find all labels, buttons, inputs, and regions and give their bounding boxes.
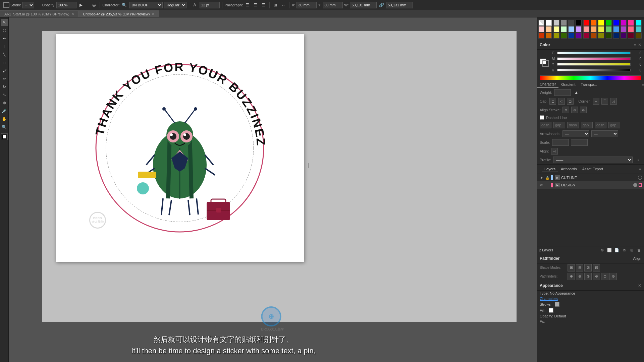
char-search-icon[interactable]: 🔍 <box>121 2 128 8</box>
swatch-medium-blue[interactable] <box>613 26 619 32</box>
swatch-apricot[interactable] <box>591 26 597 32</box>
align-center-icon[interactable]: ☰ <box>252 2 259 8</box>
x-input[interactable] <box>297 2 317 8</box>
corner-round[interactable]: ⌒ <box>601 98 608 105</box>
trim-btn[interactable]: ⊖ <box>576 273 583 280</box>
layer-locate[interactable]: ⊕ <box>599 247 605 253</box>
hand-tool[interactable]: ✋ <box>1 115 8 123</box>
unite-btn[interactable]: ⊞ <box>568 264 575 272</box>
swatch-dark-green[interactable] <box>561 33 567 39</box>
outline-btn[interactable]: ⊙ <box>601 273 608 280</box>
cutline-target[interactable] <box>638 176 642 180</box>
design-eye[interactable]: 👁 <box>539 183 544 187</box>
transform-icon[interactable]: ↔ <box>280 2 287 8</box>
cutline-lock[interactable]: 🔒 <box>545 175 550 180</box>
stroke-panel-menu[interactable]: ≡ <box>642 82 644 86</box>
grid-icon[interactable]: ⊞ <box>272 2 279 8</box>
swatch-light-blue[interactable] <box>568 26 574 32</box>
swatch-yellow[interactable] <box>598 20 604 26</box>
asset-export-tab[interactable]: Asset Export <box>580 166 606 172</box>
color-menu-icon[interactable]: ≡ <box>634 43 636 47</box>
y-slider[interactable] <box>557 63 631 66</box>
tab-2[interactable]: Untitled-4* @ 235,53 % (CMYK/Preview) ✕ <box>78 10 159 17</box>
layer-design[interactable]: 👁 ▶ DESIGN <box>537 181 644 189</box>
pen-tool[interactable]: ✒ <box>1 35 8 42</box>
opacity-arrow[interactable]: ▶ <box>77 2 84 8</box>
layers-tab[interactable]: Layers <box>542 166 558 172</box>
appearance-close[interactable]: ✕ <box>638 283 641 288</box>
swatch-dark-blue[interactable] <box>568 33 574 39</box>
swatch-cyan[interactable] <box>636 20 642 26</box>
align-btn[interactable]: ⊣ <box>551 148 558 155</box>
fill-stroke-selector[interactable] <box>540 58 550 67</box>
color-spectrum[interactable] <box>540 75 641 80</box>
stroke-dropdown[interactable]: ─ <box>22 2 34 8</box>
transparency-tab[interactable]: Transpa... <box>578 81 600 87</box>
dashed-checkbox[interactable] <box>540 115 544 120</box>
layer-new[interactable]: 📄 <box>614 247 620 253</box>
dash-input2[interactable] <box>567 122 579 128</box>
cap-butt[interactable]: ⊏ <box>549 98 556 105</box>
select-tool[interactable]: ↖ <box>1 19 8 26</box>
c-slider[interactable] <box>557 52 631 54</box>
swatch-peach[interactable] <box>546 26 552 32</box>
scale-end-input[interactable] <box>571 139 588 146</box>
swatch-dark-purple[interactable] <box>576 33 582 39</box>
font-style-dropdown[interactable]: Regular <box>164 2 186 8</box>
intersect-btn[interactable]: ⊠ <box>584 264 592 272</box>
style-icon[interactable]: ◎ <box>91 2 97 8</box>
characters-link[interactable]: Characters <box>540 297 558 301</box>
scale-tool[interactable]: ⤡ <box>1 91 8 99</box>
stroke-box[interactable] <box>542 60 549 67</box>
weight-arrow-up[interactable]: ▲ <box>573 89 580 96</box>
y-input[interactable] <box>323 2 343 8</box>
swatch-gray1[interactable] <box>553 20 559 26</box>
swatch-medium-green[interactable] <box>606 26 612 32</box>
stroke-tab[interactable]: Character <box>537 81 558 88</box>
swatch-lavender[interactable] <box>576 26 582 32</box>
m-slider[interactable] <box>557 57 631 60</box>
swatch-light-pink[interactable] <box>538 26 544 32</box>
opacity-input[interactable] <box>56 2 76 8</box>
merge-btn[interactable]: ⊗ <box>584 273 592 280</box>
font-dropdown[interactable]: BN BOOP <box>129 2 163 8</box>
swatch-black[interactable] <box>576 20 582 26</box>
gap-input2[interactable] <box>581 122 593 128</box>
stroke-selector[interactable]: Stroke ─ <box>2 1 36 9</box>
design-lock[interactable] <box>545 183 550 187</box>
swatch-indigo[interactable] <box>621 33 627 39</box>
swatch-sepia[interactable] <box>636 33 642 39</box>
crop-btn[interactable]: ⊘ <box>593 273 600 280</box>
blend-tool[interactable]: ⊕ <box>1 99 8 107</box>
swatch-khaki[interactable] <box>598 33 604 39</box>
swatch-purple[interactable] <box>621 26 627 32</box>
gap-input3[interactable] <box>608 122 620 128</box>
swatch-gray3[interactable] <box>568 20 574 26</box>
tab-1[interactable]: AI-1_Start.ai @ 100 % (CMYK/Preview) ✕ <box>0 10 78 17</box>
fill-color-box[interactable] <box>549 308 553 313</box>
swatch-teal[interactable] <box>636 26 642 32</box>
fill-stroke-box[interactable] <box>1 133 8 140</box>
characters-row[interactable]: Characters <box>537 296 644 301</box>
swatch-brown[interactable] <box>546 33 552 39</box>
swatch-salmon[interactable] <box>583 26 589 32</box>
h-input[interactable] <box>386 2 413 8</box>
layer-delete[interactable]: 🗑 <box>636 247 642 253</box>
scale-start-input[interactable] <box>552 139 569 146</box>
swatch-violet[interactable] <box>621 20 627 26</box>
gradient-tab[interactable]: Gradient <box>558 81 578 87</box>
rotate-tool[interactable]: ↻ <box>1 83 8 90</box>
font-size-input[interactable] <box>200 2 220 8</box>
swatch-green[interactable] <box>606 20 612 26</box>
align-right-icon[interactable]: ☰ <box>260 2 267 8</box>
align-outside-stroke[interactable]: ⊚ <box>580 107 587 113</box>
swatch-light-green[interactable] <box>561 26 567 32</box>
layers-menu-icon[interactable]: ≡ <box>639 167 641 171</box>
link-icon[interactable]: 🔗 <box>378 2 385 8</box>
w-input[interactable] <box>350 2 377 8</box>
profile-dropdown[interactable]: —— <box>553 157 633 163</box>
swatch-dark-red[interactable] <box>538 33 544 39</box>
layer-template[interactable]: ⬜ <box>606 247 612 253</box>
swatch-olive[interactable] <box>553 33 559 39</box>
swatch-crimson[interactable] <box>583 33 589 39</box>
